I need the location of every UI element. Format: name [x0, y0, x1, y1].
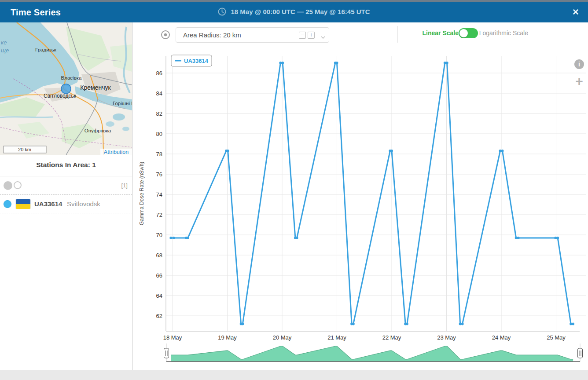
- map-label-horishni: Горішні Пл: [113, 101, 132, 106]
- station-list-item[interactable]: UA33614 Svitlovodsk: [0, 195, 132, 213]
- map-lake: [106, 121, 114, 127]
- close-icon[interactable]: ✕: [570, 6, 582, 18]
- chart-canvas: 6264666870727476788082848618 May19 May20…: [132, 45, 588, 370]
- y-axis-title: Gamma Dose Rate (nSv/h): [139, 162, 145, 226]
- toggle-knob: [459, 29, 468, 37]
- svg-text:64: 64: [156, 292, 162, 299]
- map-label-vlasivka: Власівка: [61, 75, 82, 80]
- clock-icon: [218, 7, 226, 17]
- svg-text:22 May: 22 May: [382, 334, 401, 341]
- station-name: Svitlovodsk: [67, 200, 100, 208]
- toolbar-divider: [397, 26, 398, 43]
- filter-circle-filled-icon[interactable]: [4, 181, 12, 190]
- stations-heading: Stations In Area: 1: [0, 161, 132, 169]
- map-label-onufriivka: Онуфріївка: [85, 128, 111, 133]
- grid-lines: [166, 56, 586, 331]
- attribution-link[interactable]: Attribution: [104, 149, 129, 155]
- svg-text:78: 78: [156, 151, 162, 157]
- station-series-dot[interactable]: [4, 200, 11, 208]
- time-series-modal: Time Series 18 May @ 00:00 UTC — 25 May …: [0, 0, 588, 380]
- svg-text:84: 84: [156, 90, 162, 97]
- y-tick-labels: 62646668707274767880828486: [156, 70, 162, 319]
- chart-legend[interactable]: UA33614: [171, 55, 212, 66]
- ukraine-flag-icon: [16, 199, 30, 209]
- map-lake: [113, 113, 125, 121]
- svg-text:i: i: [578, 61, 580, 68]
- svg-text:19 May: 19 May: [218, 334, 237, 341]
- map-canvas: ке ще Градизьк Власівка Кременчук Світло…: [0, 22, 132, 155]
- svg-text:21 May: 21 May: [327, 334, 346, 341]
- sidebar: ке ще Градизьк Власівка Кременчук Світло…: [0, 22, 132, 370]
- svg-text:18 May: 18 May: [163, 334, 182, 341]
- time-range-text: 18 May @ 00:00 UTC — 25 May @ 16:45 UTC: [231, 8, 370, 15]
- station-map-marker[interactable]: [61, 84, 71, 94]
- map-label-svitlovodsk: Світловодськ: [44, 93, 77, 99]
- x-tick-labels: 18 May19 May20 May21 May22 May23 May24 M…: [163, 334, 566, 341]
- radius-increase-button[interactable]: +: [308, 32, 315, 39]
- modal-header: Time Series 18 May @ 00:00 UTC — 25 May …: [0, 2, 588, 22]
- navigator: [164, 343, 583, 362]
- add-chart-icon[interactable]: +: [575, 74, 583, 88]
- map-label-water: ке: [1, 39, 7, 46]
- svg-text:74: 74: [156, 191, 162, 198]
- svg-text:62: 62: [156, 313, 162, 319]
- svg-text:24 May: 24 May: [492, 334, 511, 341]
- filter-circle-empty-icon[interactable]: [14, 181, 22, 189]
- svg-text:25 May: 25 May: [547, 334, 566, 341]
- main-panel: Area Radius: 20 km − + Linear Scale Loga…: [132, 22, 588, 370]
- svg-text:80: 80: [156, 131, 162, 137]
- legend-label: UA33614: [184, 58, 209, 64]
- map-lake: [122, 127, 129, 131]
- station-count-badge: [1]: [121, 182, 128, 189]
- svg-text:23 May: 23 May: [437, 334, 456, 341]
- area-radius-value: Area Radius: 20 km: [183, 31, 241, 39]
- svg-text:66: 66: [156, 272, 162, 279]
- series-line: [171, 63, 573, 324]
- svg-text:68: 68: [156, 252, 162, 259]
- svg-text:20 May: 20 May: [273, 334, 292, 341]
- series-markers: [169, 62, 574, 325]
- svg-text:76: 76: [156, 171, 162, 178]
- svg-text:82: 82: [156, 110, 162, 117]
- area-radius-select[interactable]: Area Radius: 20 km − +: [176, 27, 329, 43]
- svg-text:70: 70: [156, 232, 162, 238]
- toolbar: Area Radius: 20 km − + Linear Scale Loga…: [132, 22, 588, 45]
- logarithmic-scale-label[interactable]: Logarithmic Scale: [479, 29, 528, 37]
- time-series-chart: 6264666870727476788082848618 May19 May20…: [132, 45, 588, 370]
- linear-scale-label[interactable]: Linear Scale: [423, 29, 459, 37]
- chevron-down-icon[interactable]: [321, 33, 325, 38]
- map-label-water: ще: [1, 47, 9, 54]
- map-river-line: [0, 117, 53, 117]
- svg-text:72: 72: [156, 212, 162, 218]
- map-label-kremenchuk: Кременчук: [80, 84, 111, 91]
- area-target-icon: [161, 30, 170, 40]
- radius-decrease-button[interactable]: −: [299, 32, 306, 39]
- info-icon[interactable]: i: [574, 59, 584, 69]
- map[interactable]: ке ще Градизьк Власівка Кременчук Світло…: [0, 22, 132, 155]
- station-filter-row: [1]: [0, 176, 132, 195]
- navigator-handle-left[interactable]: [164, 348, 169, 358]
- scale-toggle[interactable]: [459, 28, 478, 38]
- navigator-handle-right[interactable]: [578, 348, 583, 358]
- map-scale-label: 20 km: [18, 147, 31, 152]
- station-id: UA33614: [34, 200, 62, 208]
- svg-text:86: 86: [156, 70, 162, 77]
- time-range-display: 18 May @ 00:00 UTC — 25 May @ 16:45 UTC: [0, 7, 588, 17]
- map-label-gradyzk: Градизьк: [35, 47, 57, 52]
